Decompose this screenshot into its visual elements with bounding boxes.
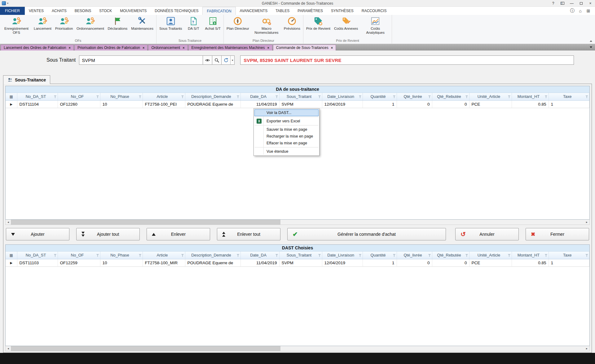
menu-fichier[interactable]: FICHIER: [0, 7, 25, 15]
col-montant-ht[interactable]: Montant_HT: [512, 93, 549, 100]
menu-tables[interactable]: TABLES: [271, 7, 293, 15]
maximize-button[interactable]: [576, 0, 586, 7]
minimize-button[interactable]: —: [567, 0, 576, 7]
col-unite-article[interactable]: Unité_Article: [469, 252, 512, 259]
ajouter-tout-button[interactable]: Ajouter tout: [76, 228, 140, 240]
col-montant-ht[interactable]: Montant_HT: [512, 252, 549, 259]
scrollbar-thumb[interactable]: [11, 346, 280, 351]
menu-sauver-mise-en-page[interactable]: Sauver la mise en page: [254, 126, 319, 133]
filter-icon[interactable]: [428, 95, 431, 98]
apps-grid-icon[interactable]: ⊞: [585, 8, 592, 13]
ribbon-collapse-icon[interactable]: [590, 40, 592, 42]
filter-icon[interactable]: [428, 254, 431, 257]
enlever-button[interactable]: Enlever: [147, 228, 210, 240]
refresh-button[interactable]: [222, 58, 230, 63]
col-sous-traitant[interactable]: Sous_Traitant: [279, 252, 322, 259]
col-description-demande[interactable]: Description_Demande: [185, 93, 240, 100]
menu-ventes[interactable]: VENTES: [25, 7, 48, 15]
col-no-phase[interactable]: No_Phase: [100, 93, 143, 100]
ribbon-plan-directeur[interactable]: Plan Directeur: [225, 15, 251, 31]
ribbon-declarations[interactable]: Déclarations: [106, 15, 129, 31]
col-sous-traitant[interactable]: Sous_Traitant: [279, 93, 322, 100]
filter-icon[interactable]: [508, 95, 511, 98]
ribbon-previsions[interactable]: Prévisions: [282, 15, 302, 31]
quick-access-caret-icon[interactable]: ▾: [7, 2, 8, 5]
home-icon[interactable]: ⌂: [577, 8, 584, 13]
close-icon[interactable]: ×: [143, 46, 144, 50]
filter-icon[interactable]: [393, 254, 396, 257]
filter-icon[interactable]: [545, 95, 548, 98]
menu-recharger-mise-en-page[interactable]: Recharger la mise en page: [254, 133, 319, 140]
filter-icon[interactable]: [237, 254, 240, 257]
col-date-livraison[interactable]: Date_Livraison: [322, 93, 363, 100]
scrollbar-track[interactable]: [11, 346, 584, 351]
view-button[interactable]: [203, 55, 212, 65]
doc-tab-commande-sous-traitances[interactable]: Commande de Sous-Traitances×: [273, 45, 336, 50]
filter-icon[interactable]: [54, 95, 57, 98]
filter-icon[interactable]: [54, 254, 57, 257]
close-icon[interactable]: ×: [331, 46, 333, 50]
refresh-split-button[interactable]: ▾: [222, 55, 235, 65]
ribbon-macro-nomenclatures[interactable]: Macro Nomenclatures: [251, 15, 282, 35]
close-icon[interactable]: ×: [68, 46, 70, 50]
ribbon-couts-analytiques[interactable]: Coûts Analytiques: [360, 15, 391, 35]
scroll-left-icon[interactable]: ◄: [6, 220, 11, 225]
menu-donnees-techniques[interactable]: DONNÉES TECHNIQUES: [151, 7, 202, 15]
filter-icon[interactable]: [96, 95, 99, 98]
ribbon-achat-st[interactable]: Achat S/T: [203, 15, 223, 31]
scrollbar-thumb[interactable]: [11, 220, 280, 225]
scroll-right-icon[interactable]: ►: [584, 220, 589, 225]
ribbon-lancement[interactable]: Lancement: [32, 15, 53, 31]
filter-icon[interactable]: [465, 254, 468, 257]
scroll-right-icon[interactable]: ►: [584, 346, 589, 351]
help-button[interactable]: ?: [549, 0, 558, 7]
col-qte-rebutee[interactable]: Qté_Rebutée: [432, 93, 469, 100]
filter-icon[interactable]: [139, 95, 142, 98]
select-all-corner[interactable]: ▦: [6, 93, 17, 100]
scrollbar-track[interactable]: [11, 220, 584, 225]
filter-icon[interactable]: [275, 95, 278, 98]
filter-icon[interactable]: [318, 254, 321, 257]
menu-fabrication[interactable]: FABRICATION: [202, 7, 236, 15]
menu-stock[interactable]: STOCK: [95, 7, 116, 15]
ajouter-button[interactable]: Ajouter: [6, 228, 69, 240]
menu-exporter-excel[interactable]: XExporter vers Excel: [254, 118, 319, 125]
ribbon-priorisation[interactable]: Priorisation: [53, 15, 75, 31]
filter-icon[interactable]: [237, 95, 240, 98]
col-date-da[interactable]: Date_DA: [240, 93, 279, 100]
menu-syntheses[interactable]: SYNTHÈSES: [327, 7, 358, 15]
filter-icon[interactable]: [508, 254, 511, 257]
col-no-of[interactable]: No_OF: [58, 93, 100, 100]
col-quantite[interactable]: Quantité: [363, 252, 397, 259]
filter-icon[interactable]: [181, 95, 184, 98]
dast-grid-h-scrollbar[interactable]: ◄ ►: [5, 346, 590, 351]
filter-icon[interactable]: [359, 95, 362, 98]
da-grid-h-scrollbar[interactable]: ◄ ►: [5, 220, 590, 225]
doc-tab-priorisation[interactable]: Priorisation des Ordres de Fabrication×: [74, 45, 148, 50]
info-icon[interactable]: ⓘ: [569, 8, 576, 14]
ribbon-prix-de-revient[interactable]: Prix de Revient: [304, 15, 332, 31]
sous-traitant-input[interactable]: [79, 55, 203, 65]
menu-besoins[interactable]: BESOINS: [71, 7, 95, 15]
doc-tab-lancement[interactable]: Lancement des Ordres de Fabrication×: [1, 45, 74, 50]
col-quantite[interactable]: Quantité: [363, 93, 397, 100]
search-button[interactable]: [212, 55, 222, 65]
tab-list-caret-icon[interactable]: [590, 46, 592, 48]
filter-icon[interactable]: [318, 95, 321, 98]
col-qte-rebutee[interactable]: Qté_Rebutée: [432, 252, 469, 259]
ribbon-ordonnancement[interactable]: Ordonnancement: [75, 15, 106, 31]
row-selector[interactable]: ▶: [6, 259, 17, 266]
col-taxe[interactable]: Taxe: [549, 93, 589, 100]
filter-icon[interactable]: [359, 254, 362, 257]
doc-tab-maintenances[interactable]: Enregistrement des Maintenances Machines…: [188, 45, 272, 50]
col-article[interactable]: Article: [143, 252, 185, 259]
col-unite-article[interactable]: Unité_Article: [469, 93, 512, 100]
layout-button[interactable]: [558, 0, 567, 7]
refresh-dropdown[interactable]: ▾: [230, 56, 234, 64]
filter-icon[interactable]: [139, 254, 142, 257]
filter-icon[interactable]: [585, 95, 588, 98]
tab-sous-traitance[interactable]: Sous-Traitance: [3, 75, 50, 84]
col-qte-livree[interactable]: Qté_livrée: [397, 252, 432, 259]
scroll-left-icon[interactable]: ◄: [6, 346, 11, 351]
filter-icon[interactable]: [96, 254, 99, 257]
